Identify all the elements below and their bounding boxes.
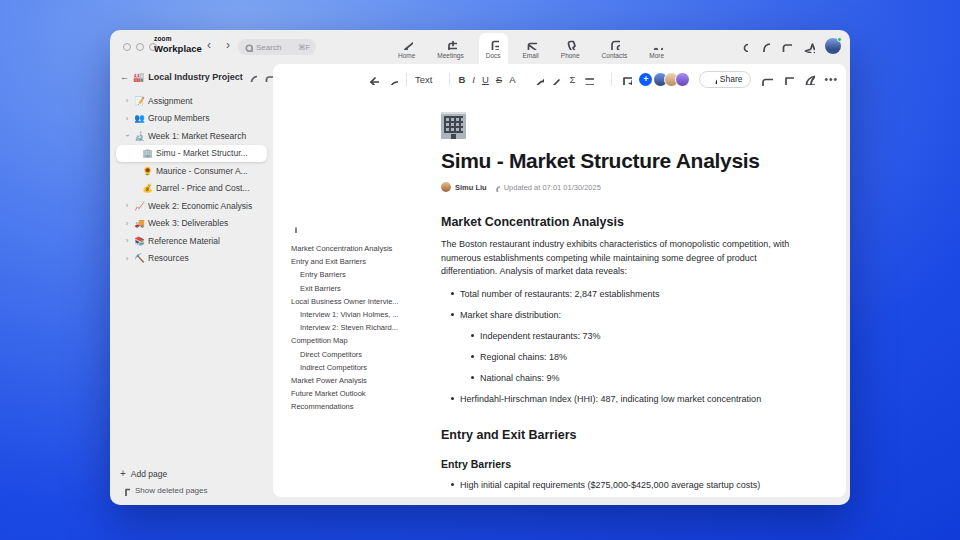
- sidebar-item-week3[interactable]: › 🚚 Week 3: Deliverables: [116, 215, 267, 233]
- outline-collapse-icon[interactable]: [291, 224, 439, 233]
- sidebar-item-reference-material[interactable]: › 📚 Reference Material: [116, 232, 267, 250]
- doc-bullet[interactable]: Market share distribution:: [441, 310, 797, 321]
- doc-paragraph[interactable]: The Boston restaurant industry exhibits …: [441, 238, 797, 279]
- sidebar-item-maurice-doc[interactable]: 🌻 Maurice - Consumer A...: [116, 162, 267, 180]
- align-dropdown[interactable]: [582, 73, 603, 85]
- bullet-dot: [471, 355, 474, 358]
- nav-forward-button[interactable]: ›: [222, 38, 234, 52]
- outline-item[interactable]: Local Business Owner Intervie...: [291, 295, 439, 308]
- close-window-button[interactable]: [123, 43, 131, 51]
- doc-subheading[interactable]: Entry Barriers: [441, 458, 797, 470]
- text-style-dropdown[interactable]: Text: [415, 74, 441, 85]
- sidebar-item-resources[interactable]: › ⛏️ Resources: [116, 250, 267, 268]
- chevron-right-icon[interactable]: ›: [123, 219, 131, 228]
- chat-bubble-icon[interactable]: [782, 73, 794, 85]
- globe-icon[interactable]: [803, 73, 815, 85]
- collaborator-avatars[interactable]: [653, 72, 690, 87]
- tab-meetings[interactable]: Meetings: [430, 33, 470, 64]
- doc-bullet[interactable]: National chains: 9%: [441, 373, 797, 384]
- sidebar-item-darrel-doc[interactable]: 💰 Darrel - Price and Cost...: [116, 180, 267, 198]
- bold-button[interactable]: B: [458, 74, 465, 85]
- doc-heading[interactable]: Market Concentration Analysis: [441, 215, 797, 229]
- nav-back-button[interactable]: ‹: [203, 38, 215, 52]
- tab-more[interactable]: More: [642, 33, 671, 64]
- chevron-right-icon[interactable]: ›: [123, 236, 131, 245]
- add-comment-icon[interactable]: [620, 73, 632, 85]
- underline-button[interactable]: U: [482, 74, 489, 85]
- notifications-bell-icon[interactable]: [758, 40, 770, 52]
- text-color-dropdown[interactable]: A: [509, 74, 524, 85]
- window-controls[interactable]: [123, 43, 157, 51]
- sidebar-back-icon[interactable]: ←: [120, 72, 129, 82]
- outline-item[interactable]: Indirect Competitors: [291, 361, 439, 374]
- presence-status-dot: [837, 37, 842, 42]
- chevron-right-icon[interactable]: ›: [123, 254, 131, 263]
- sidebar-item-group-members[interactable]: › 👥 Group Members: [116, 110, 267, 128]
- share-button[interactable]: Share: [699, 71, 752, 88]
- bullet-dot: [451, 483, 454, 486]
- pick-emoji-icon: ⛏️: [134, 253, 145, 263]
- tab-docs[interactable]: Docs: [479, 33, 508, 64]
- outline-item[interactable]: Interview 1: Vivian Holmes, ...: [291, 308, 439, 321]
- chevron-right-icon[interactable]: ›: [123, 114, 131, 123]
- side-panel-toggle-icon[interactable]: [780, 40, 792, 52]
- chevron-down-icon[interactable]: ›: [123, 132, 132, 140]
- chart-emoji-icon: 📈: [134, 201, 145, 211]
- tab-phone[interactable]: Phone: [554, 33, 587, 64]
- sidebar-item-week1[interactable]: › 🔬 Week 1: Market Research: [116, 127, 267, 145]
- ai-insert-button[interactable]: +: [639, 73, 652, 86]
- undo-icon[interactable]: [367, 73, 379, 85]
- doc-bullet[interactable]: High initial capital requirements ($275,…: [441, 480, 797, 491]
- outline-item[interactable]: Recommendations: [291, 400, 439, 413]
- document-body[interactable]: Simu - Market Structure Analysis Simu Li…: [441, 94, 797, 497]
- video-camera-icon[interactable]: [760, 73, 773, 86]
- strikethrough-button[interactable]: S: [496, 74, 502, 85]
- outline-item[interactable]: Future Market Outlook: [291, 387, 439, 400]
- code-block-icon[interactable]: [551, 73, 563, 85]
- doc-bullet[interactable]: Regional chains: 18%: [441, 352, 797, 363]
- doc-bullet[interactable]: Total number of restaurants: 2,847 estab…: [441, 289, 797, 300]
- sidebar-collapse-icon[interactable]: [263, 72, 273, 82]
- tab-contacts[interactable]: Contacts: [595, 33, 635, 64]
- doc-heading[interactable]: Entry and Exit Barriers: [441, 428, 797, 442]
- chevron-right-icon[interactable]: ›: [123, 201, 131, 210]
- sidebar-item-simu-doc[interactable]: 🏢 Simu - Market Structur...: [116, 145, 267, 163]
- outline-item[interactable]: Direct Competitors: [291, 348, 439, 361]
- collaborator-avatar[interactable]: [675, 72, 690, 87]
- doc-bullet[interactable]: Herfindahl-Hirschman Index (HHI): 487, i…: [441, 394, 797, 405]
- truck-emoji-icon: 🚚: [134, 218, 145, 228]
- user-avatar[interactable]: [825, 38, 841, 54]
- add-page-button[interactable]: + Add page: [120, 465, 265, 482]
- microscope-emoji-icon: 🔬: [134, 131, 145, 141]
- redo-icon[interactable]: [386, 73, 398, 85]
- outline-item[interactable]: Exit Barriers: [291, 282, 439, 295]
- outline-item[interactable]: Entry and Exit Barriers: [291, 255, 439, 268]
- sidebar-item-week2[interactable]: › 📈 Week 2: Economic Analysis: [116, 197, 267, 215]
- outline-item[interactable]: Interview 2: Steven Richard...: [291, 321, 439, 334]
- books-emoji-icon: 📚: [134, 236, 145, 246]
- outline-item[interactable]: Market Concentration Analysis: [291, 242, 439, 255]
- outline-item[interactable]: Entry Barriers: [291, 268, 439, 281]
- doc-title[interactable]: Simu - Market Structure Analysis: [441, 149, 797, 173]
- sidebar-search-icon[interactable]: [247, 72, 257, 82]
- doc-bullet[interactable]: Independent restaurants: 73%: [441, 331, 797, 342]
- italic-button[interactable]: I: [472, 74, 475, 85]
- tab-email[interactable]: Email: [516, 33, 546, 64]
- outline-item[interactable]: Competition Map: [291, 334, 439, 347]
- add-page-chevron-icon[interactable]: [258, 470, 265, 477]
- show-deleted-pages-button[interactable]: Show deleted pages: [120, 482, 265, 499]
- chevron-right-icon[interactable]: ›: [123, 96, 131, 105]
- bullet-dot: [451, 397, 454, 400]
- minimize-window-button[interactable]: [136, 43, 144, 51]
- author-avatar: [441, 182, 451, 192]
- sidebar-item-assignment[interactable]: › 📝 Assignment: [116, 92, 267, 110]
- bullet-dot: [471, 334, 474, 337]
- tab-home[interactable]: Home: [391, 33, 422, 64]
- global-search-input[interactable]: Search ⌘F: [238, 39, 316, 55]
- outline-item[interactable]: Market Power Analysis: [291, 374, 439, 387]
- equation-button[interactable]: Σ: [570, 74, 576, 85]
- ai-companion-icon[interactable]: [802, 40, 815, 53]
- insert-link-icon[interactable]: [532, 73, 544, 85]
- profile-contact-icon[interactable]: [736, 40, 748, 52]
- doc-more-options-icon[interactable]: •••: [824, 74, 838, 85]
